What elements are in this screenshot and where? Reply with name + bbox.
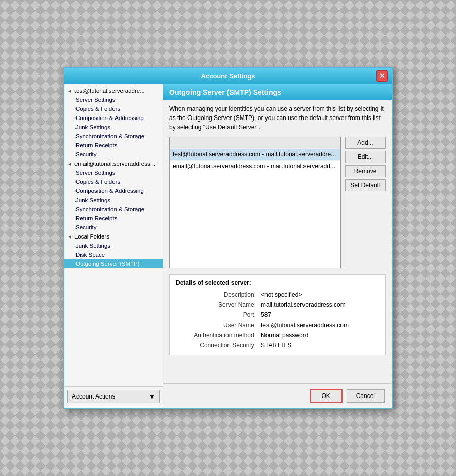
cancel-button[interactable]: Cancel (347, 389, 385, 403)
sidebar-item-composition-1[interactable]: Composition & Addressing (64, 113, 163, 123)
sidebar-item-composition-2[interactable]: Composition & Addressing (64, 186, 163, 195)
close-button[interactable]: ✕ (376, 70, 388, 82)
title-bar: Account Settings ✕ (64, 68, 392, 84)
details-table: Description:<not specified>Server Name:m… (176, 289, 379, 351)
account-2: ◄ email@tutorial.serveraddress... Server… (64, 159, 163, 232)
account-actions-label: Account Actions (72, 393, 115, 400)
sidebar-item-receipts-1[interactable]: Return Receipts (64, 141, 163, 150)
content-area: When managing your identities you can us… (163, 104, 392, 383)
details-title: Details of selected server: (176, 279, 379, 286)
details-value: test@tutorial.serveraddress.com (259, 321, 378, 330)
sidebar-item-junk-local[interactable]: Junk Settings (64, 241, 163, 250)
details-value: <not specified> (259, 290, 378, 299)
details-label: Authentication method: (177, 331, 258, 340)
description-text: When managing your identities you can us… (169, 104, 386, 132)
local-folders-account: ◄ Local Folders Junk Settings Disk Space (64, 232, 163, 259)
sidebar: ◄ test@tutorial.serveraddre... Server Se… (64, 84, 163, 408)
details-value: mail.tutorial.serveraddress.com (259, 300, 378, 309)
dialog-title: Account Settings (80, 72, 376, 80)
smtp-buttons: Add... Edit... Remove Set Default (345, 137, 386, 268)
sidebar-item-outgoing-smtp[interactable]: Outgoing Server (SMTP) (64, 259, 163, 268)
sidebar-item-disk-space[interactable]: Disk Space (64, 250, 163, 259)
details-label: Port: (177, 310, 258, 320)
account-actions-button[interactable]: Account Actions ▼ (67, 390, 160, 403)
sidebar-item-sync-2[interactable]: Synchronization & Storage (64, 205, 163, 214)
account-1-arrow: ◄ (67, 88, 72, 94)
account-1: ◄ test@tutorial.serveraddre... Server Se… (64, 86, 163, 159)
details-label: User Name: (177, 321, 258, 330)
smtp-list-area: test@tutorial.serveraddress.com - mail.t… (169, 137, 386, 268)
account-1-name: test@tutorial.serveraddre... (74, 88, 145, 94)
dialog-body: ◄ test@tutorial.serveraddre... Server Se… (64, 84, 392, 408)
set-default-button[interactable]: Set Default (345, 179, 386, 191)
smtp-list-item-2[interactable]: email@tutorial.serveraddress.com - mail.… (170, 161, 340, 172)
dialog-footer: OK Cancel (163, 383, 392, 408)
sidebar-bottom: Account Actions ▼ (64, 386, 163, 406)
sidebar-item-junk-1[interactable]: Junk Settings (64, 123, 163, 132)
smtp-list-item-1[interactable]: test@tutorial.serveraddress.com - mail.t… (170, 149, 340, 161)
account-1-label[interactable]: ◄ test@tutorial.serveraddre... (64, 86, 163, 95)
sidebar-item-receipts-2[interactable]: Return Receipts (64, 214, 163, 223)
sidebar-item-junk-2[interactable]: Junk Settings (64, 195, 163, 205)
details-row: Authentication method:Normal password (177, 331, 378, 340)
details-value: 587 (259, 310, 378, 320)
add-button[interactable]: Add... (345, 137, 386, 149)
details-row: Description:<not specified> (177, 290, 378, 299)
edit-button[interactable]: Edit... (345, 151, 386, 163)
account-2-label[interactable]: ◄ email@tutorial.serveraddress... (64, 159, 163, 168)
sidebar-item-copies-folders-2[interactable]: Copies & Folders (64, 177, 163, 186)
main-content: Outgoing Server (SMTP) Settings When man… (163, 84, 392, 408)
local-folders-arrow: ◄ (67, 234, 72, 240)
details-value: STARTTLS (259, 341, 378, 350)
sidebar-item-copies-folders-1[interactable]: Copies & Folders (64, 104, 163, 113)
details-label: Description: (177, 290, 258, 299)
smtp-list-item-empty[interactable] (170, 137, 340, 149)
ok-button[interactable]: OK (310, 389, 343, 403)
sidebar-tree: ◄ test@tutorial.serveraddre... Server Se… (64, 86, 163, 386)
account-actions-arrow-icon: ▼ (149, 393, 155, 400)
section-header: Outgoing Server (SMTP) Settings (163, 84, 392, 100)
details-label: Connection Security: (177, 341, 258, 350)
sidebar-item-sync-1[interactable]: Synchronization & Storage (64, 132, 163, 141)
details-row: Connection Security:STARTTLS (177, 341, 378, 350)
sidebar-item-security-2[interactable]: Security (64, 223, 163, 232)
details-row: Port:587 (177, 310, 378, 320)
sidebar-item-server-settings-1[interactable]: Server Settings (64, 95, 163, 104)
details-section: Details of selected server: Description:… (169, 274, 386, 355)
account-settings-dialog: Account Settings ✕ ◄ test@tutorial.serve… (63, 67, 393, 409)
smtp-list-box[interactable]: test@tutorial.serveraddress.com - mail.t… (169, 137, 341, 268)
details-row: Server Name:mail.tutorial.serveraddress.… (177, 300, 378, 309)
sidebar-item-server-settings-2[interactable]: Server Settings (64, 168, 163, 177)
account-2-name: email@tutorial.serveraddress... (74, 161, 155, 167)
details-label: Server Name: (177, 300, 258, 309)
sidebar-item-security-1[interactable]: Security (64, 150, 163, 159)
details-row: User Name:test@tutorial.serveraddress.co… (177, 321, 378, 330)
details-value: Normal password (259, 331, 378, 340)
account-2-arrow: ◄ (67, 161, 72, 167)
remove-button[interactable]: Remove (345, 165, 386, 177)
local-folders-label[interactable]: ◄ Local Folders (64, 232, 163, 241)
local-folders-name: Local Folders (74, 233, 109, 240)
